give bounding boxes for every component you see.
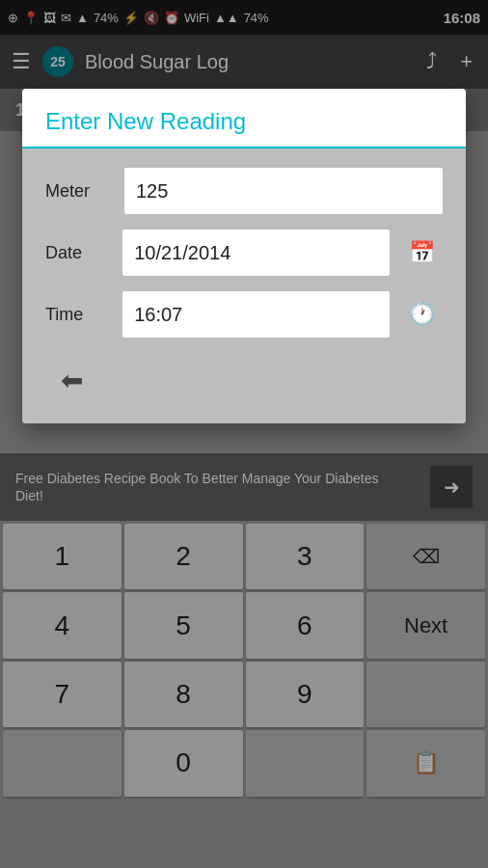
doc-button[interactable]: 📋 xyxy=(366,730,485,796)
dialog-title: Enter New Reading xyxy=(45,108,443,135)
dialog-header: Enter New Reading xyxy=(22,89,466,149)
back-button[interactable]: ⬅ xyxy=(45,357,98,404)
keyboard: 1 2 3 ⌫ 4 5 6 Next 7 8 9 0 📋 xyxy=(0,521,488,868)
backspace-icon: ⌫ xyxy=(413,545,440,568)
image-icon: 🖼 xyxy=(43,11,56,25)
status-bar: ⊕ 📍 🖼 ✉ ▲ 74% ⚡ 🔇 ⏰ WiFi ▲▲ 74% 16:08 xyxy=(0,0,488,35)
key-empty-2 xyxy=(3,730,122,796)
key-4[interactable]: 4 xyxy=(3,592,122,658)
key-2[interactable]: 2 xyxy=(124,524,243,589)
next-button[interactable]: Next xyxy=(366,592,485,658)
time-row: Time 🕐 xyxy=(45,291,443,338)
key-0[interactable]: 0 xyxy=(124,730,243,796)
dialog-actions: ⬅ xyxy=(45,353,443,404)
location-icon: 📍 xyxy=(23,11,39,25)
key-5[interactable]: 5 xyxy=(124,592,243,658)
app-title: Blood Sugar Log xyxy=(85,51,411,73)
alarm-icon: ⏰ xyxy=(164,11,179,25)
add-icon: ⊕ xyxy=(8,11,18,25)
bluetooth-icon: ⚡ xyxy=(123,11,139,25)
key-6[interactable]: 6 xyxy=(246,592,365,658)
email-icon: ✉ xyxy=(61,11,71,25)
network-icon: ▲▲ xyxy=(214,11,239,25)
time-input[interactable] xyxy=(122,291,390,338)
status-left-icons: ⊕ 📍 🖼 ✉ ▲ 74% ⚡ 🔇 ⏰ WiFi ▲▲ 74% xyxy=(8,11,269,25)
status-right: 16:08 xyxy=(444,10,480,26)
key-3[interactable]: 3 xyxy=(246,524,365,589)
app-bar: ☰ 25 Blood Sugar Log ⤴ + xyxy=(0,35,488,89)
add-button[interactable]: + xyxy=(456,45,476,78)
time-label: Time xyxy=(45,305,111,325)
key-empty-1 xyxy=(366,662,485,727)
volume-icon: 🔇 xyxy=(144,11,159,25)
date-label: Date xyxy=(45,243,111,263)
key-9[interactable]: 9 xyxy=(246,662,365,727)
backspace-button[interactable]: ⌫ xyxy=(366,524,485,589)
clock-icon: 🕐 xyxy=(409,302,435,327)
key-1[interactable]: 1 xyxy=(3,524,122,589)
key-7[interactable]: 7 xyxy=(3,662,122,727)
battery-84: 74% xyxy=(94,11,119,25)
meter-label: Meter xyxy=(45,181,113,202)
ad-arrow-icon: ➜ xyxy=(444,475,460,499)
battery-percent: 74% xyxy=(244,11,269,25)
signal-bars: ▲ xyxy=(76,11,89,25)
calendar-icon: 📅 xyxy=(409,240,435,265)
doc-icon: 📋 xyxy=(413,750,439,775)
date-row: Date 📅 xyxy=(45,230,443,276)
calendar-button[interactable]: 📅 xyxy=(401,231,443,274)
key-8[interactable]: 8 xyxy=(124,662,243,727)
date-input[interactable] xyxy=(122,230,390,276)
wifi-icon: WiFi xyxy=(184,11,209,25)
clock-button[interactable]: 🕐 xyxy=(401,293,443,336)
ad-banner: Free Diabetes Recipe Book To Better Mana… xyxy=(0,453,488,521)
ad-text: Free Diabetes Recipe Book To Better Mana… xyxy=(15,470,382,504)
key-empty-3 xyxy=(246,730,365,796)
menu-icon[interactable]: ☰ xyxy=(12,49,31,74)
app-logo: 25 xyxy=(42,46,73,77)
ad-forward-button[interactable]: ➜ xyxy=(430,466,473,508)
share-button[interactable]: ⤴ xyxy=(422,45,441,78)
meter-input[interactable] xyxy=(124,168,443,214)
status-time: 16:08 xyxy=(444,10,480,26)
dialog-body: Meter Date 📅 Time 🕐 ⬅ xyxy=(22,149,466,423)
meter-row: Meter xyxy=(45,168,443,214)
app-bar-actions: ⤴ + xyxy=(422,45,476,78)
dialog: Enter New Reading Meter Date 📅 Time xyxy=(22,89,466,423)
